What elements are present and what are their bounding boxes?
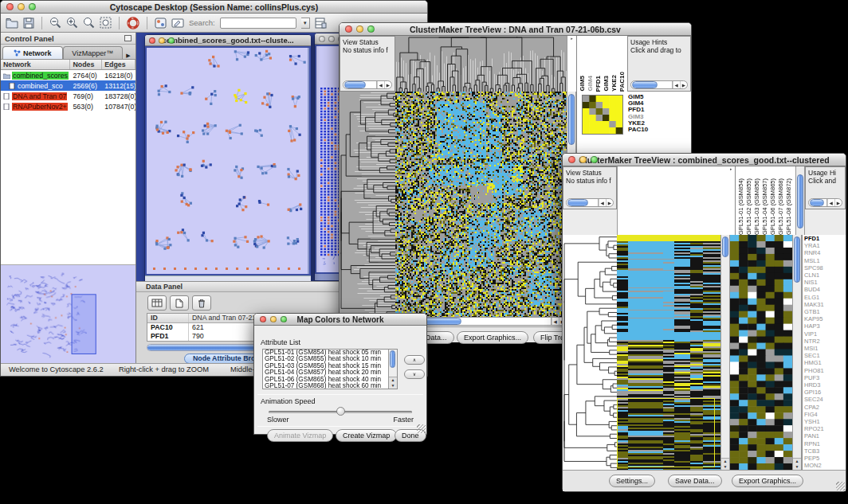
network-view-canvas[interactable]	[147, 48, 308, 274]
settings-button[interactable]: Settings...	[609, 475, 655, 487]
heatmap-global-view[interactable]	[395, 92, 567, 317]
birdseye-view[interactable]	[1, 265, 135, 363]
gene-label[interactable]: ELG1	[804, 294, 846, 301]
column-label[interactable]: PAC10	[618, 72, 626, 92]
minimize-button[interactable]	[356, 25, 363, 33]
gene-label[interactable]: PUF3	[804, 374, 846, 381]
usage-hints-scrollbar[interactable]: ◀▶	[808, 198, 842, 207]
minimize-button[interactable]	[18, 3, 25, 10]
search-input[interactable]	[220, 18, 296, 29]
attribute-list-scrollbar[interactable]: ▲▼	[388, 350, 397, 389]
close-button[interactable]	[149, 37, 155, 44]
gene-label[interactable]: MSL1	[804, 257, 846, 264]
tab-overflow-arrow[interactable]: ▶	[123, 53, 134, 59]
zoom-button[interactable]	[168, 37, 175, 44]
gene-label[interactable]: RNR4	[804, 249, 846, 256]
create-vizmap-button[interactable]: Create Vizmap	[336, 429, 397, 442]
zoom-selected-button[interactable]	[83, 17, 95, 29]
help-lifering-icon[interactable]	[127, 17, 139, 29]
column-label[interactable]: GIM5	[579, 76, 587, 92]
export-graphics-button[interactable]: Export Graphics...	[732, 475, 803, 487]
gene-label[interactable]: CLN1	[804, 272, 846, 279]
gene-label[interactable]: VIP1	[804, 330, 846, 338]
zoom-button[interactable]	[29, 3, 36, 10]
export-graphics-button[interactable]: Export Graphics...	[457, 331, 528, 344]
animation-speed-slider[interactable]	[269, 411, 412, 413]
gene-label[interactable]: PHO81	[804, 367, 846, 374]
treeview1-titlebar[interactable]: ClusterMaker TreeView : DNA and Tran 07-…	[340, 23, 691, 36]
zoom-button[interactable]	[367, 25, 375, 33]
main-titlebar[interactable]: Cytoscape Desktop (Session Name: collins…	[1, 1, 427, 14]
gene-label[interactable]: FIG4	[804, 411, 846, 418]
save-session-button[interactable]	[23, 18, 34, 29]
float-panel-icon[interactable]	[124, 35, 132, 41]
column-label[interactable]: GPL51-07 (GSM868)	[777, 178, 785, 235]
gene-label[interactable]: MSI1	[804, 345, 846, 352]
minimize-button[interactable]	[328, 36, 335, 42]
open-session-button[interactable]	[6, 18, 18, 29]
gene-label[interactable]: MAK31	[804, 301, 846, 308]
slider-thumb[interactable]	[336, 407, 345, 416]
network-row-selected[interactable]: combined_sco 2569(6) 13112(15)	[1, 80, 135, 91]
treeview2-titlebar[interactable]: ClusterMaker TreeView : combined_scores_…	[563, 154, 846, 166]
gene-label[interactable]: RPN1	[804, 440, 846, 447]
close-button[interactable]	[345, 25, 352, 33]
zoom-vscrollbar[interactable]: ▲▼	[792, 235, 802, 470]
attribute-item[interactable]: GPL51-07 (GSM868) heat shock 60 min	[263, 383, 397, 389]
zoom-in-button[interactable]	[66, 17, 78, 29]
gene-label[interactable]: NTR2	[804, 338, 846, 345]
gene-label[interactable]: YRA1	[804, 242, 846, 249]
move-down-button[interactable]: ∨	[404, 369, 425, 379]
gene-label[interactable]: HMG1	[804, 359, 846, 366]
column-label[interactable]: GPL51-02 (GSM855)	[745, 178, 753, 235]
gene-label[interactable]: BUD4	[804, 286, 846, 293]
zoom-fit-button[interactable]	[100, 17, 112, 29]
heatmap-zoom-view[interactable]	[730, 235, 792, 470]
gene-label[interactable]: HAP3	[804, 322, 846, 330]
gene-label[interactable]: GTB1	[804, 308, 846, 315]
gene-label[interactable]: PFD1	[804, 235, 846, 242]
gene-label[interactable]: KAP95	[804, 315, 846, 322]
gene-label[interactable]: MON2	[804, 462, 846, 469]
search-dropdown-arrow[interactable]: ▼	[301, 18, 310, 29]
select-attributes-button[interactable]	[147, 295, 167, 311]
column-label[interactable]: GPL51-04 (GSM857)	[761, 178, 769, 235]
view-status-scrollbar[interactable]: ◀▶	[566, 198, 614, 207]
gene-label[interactable]: SPC98	[804, 264, 846, 272]
gene-label[interactable]: PAN1	[804, 432, 846, 440]
minimize-button[interactable]	[159, 37, 165, 44]
minimize-button[interactable]	[270, 316, 277, 322]
network-row[interactable]: combined_scores 2764(0) 16218(0)	[1, 70, 135, 80]
zoom-button[interactable]	[281, 316, 287, 322]
gene-label[interactable]: YSH1	[804, 418, 846, 425]
column-label[interactable]: GPL51-06 (GSM865)	[769, 178, 777, 235]
column-label[interactable]: GIM4	[587, 76, 595, 92]
close-button[interactable]	[260, 316, 266, 322]
zoom-out-button[interactable]	[49, 17, 61, 29]
heatmap-global-view[interactable]	[617, 235, 720, 470]
table-import-icon-button[interactable]	[315, 18, 327, 29]
gene-label[interactable]: TCB3	[804, 447, 846, 455]
gene-label[interactable]: SEC24	[804, 396, 846, 403]
column-label[interactable]: GPL51-03 (GSM856)	[753, 178, 761, 235]
column-label[interactable]: GIM3	[603, 76, 610, 92]
annotation-icon-button[interactable]	[171, 18, 184, 29]
network-row[interactable]: RNAPuberNov2+ 563(0) 107847(0)	[1, 101, 135, 111]
gene-label[interactable]: GPI16	[804, 389, 846, 396]
zoom-heatmap[interactable]	[582, 95, 623, 135]
usage-hints-scrollbar[interactable]: ◀▶	[630, 80, 688, 89]
close-button[interactable]	[6, 3, 14, 10]
save-data-button[interactable]: Save Data...	[668, 475, 722, 487]
gene-label[interactable]: SEC1	[804, 352, 846, 359]
minimize-button[interactable]	[579, 156, 587, 163]
gene-label[interactable]: CPA2	[804, 404, 846, 411]
new-attribute-button[interactable]	[170, 295, 189, 311]
move-up-button[interactable]: ∧	[404, 355, 425, 365]
frame1-titlebar[interactable]: combined_scores_good.txt--cluste...	[145, 35, 311, 46]
row-dendrogram[interactable]	[340, 92, 395, 317]
dialog-titlebar[interactable]: Map Colors to Network	[254, 314, 426, 326]
column-label[interactable]: GPL51-08 (GSM872)	[785, 178, 793, 235]
global-vscrollbar[interactable]: ▲▼	[720, 235, 730, 470]
gene-label[interactable]: RPO21	[804, 425, 846, 432]
column-dendrogram[interactable]	[395, 36, 567, 92]
